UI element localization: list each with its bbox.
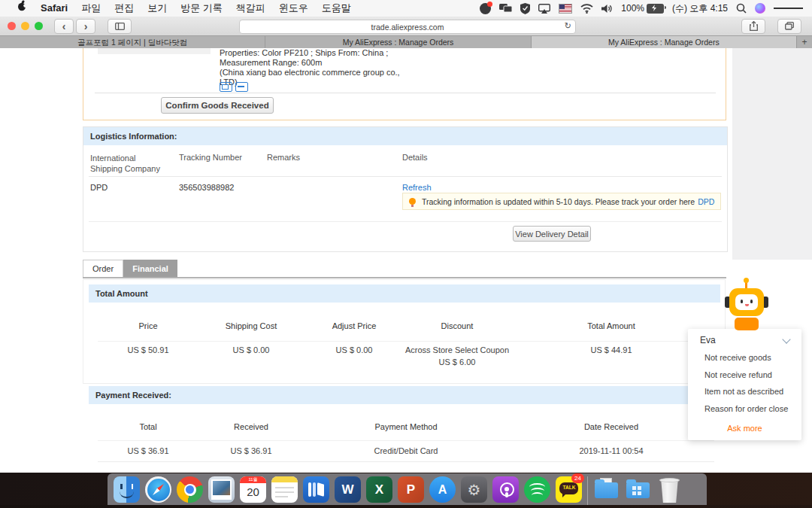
- properties-line2: Measurement Range: 600m: [220, 58, 423, 68]
- battery-indicator[interactable]: 100%: [621, 3, 664, 14]
- dock-finder-icon[interactable]: [114, 476, 140, 508]
- screen: Safari 파일 편집 보기 방문 기록 책갈피 윈도우 도움말: [0, 0, 812, 508]
- minimize-window-button[interactable]: [21, 22, 29, 30]
- payment-received-header: Payment Received:: [89, 386, 720, 404]
- apple-menu-icon[interactable]: [11, 0, 34, 17]
- airplay-icon[interactable]: [538, 2, 550, 14]
- forward-button[interactable]: ›: [76, 19, 95, 34]
- dock-appstore-icon[interactable]: A: [429, 476, 456, 508]
- share-button[interactable]: [741, 19, 765, 34]
- zoom-window-button[interactable]: [35, 22, 43, 30]
- price-value: US $ 50.91: [127, 345, 168, 354]
- close-window-button[interactable]: [8, 22, 16, 30]
- properties-line1: Properties: Color PF210 ; Ships From: Ch…: [220, 48, 423, 58]
- dock-mail-icon[interactable]: [208, 476, 235, 508]
- hdr-adjust-price: Adjust Price: [332, 321, 377, 330]
- new-tab-button[interactable]: +: [797, 36, 812, 49]
- menubar-app-name[interactable]: Safari: [34, 0, 74, 17]
- notice-text: Tracking information is updated within 5…: [422, 197, 695, 206]
- spotlight-search-icon[interactable]: [736, 2, 747, 14]
- col-remarks: Remarks: [267, 153, 300, 162]
- tab-overview-button[interactable]: [777, 19, 801, 34]
- notification-center-icon[interactable]: [774, 2, 803, 14]
- shipping-truck-icon[interactable]: [220, 82, 232, 92]
- dock-kakaotalk-icon[interactable]: TALK 24: [556, 476, 582, 508]
- dock-safari-icon[interactable]: [145, 476, 171, 508]
- tab-order[interactable]: Order: [83, 260, 123, 277]
- page-right-gutter: [732, 48, 812, 260]
- logistics-header: Logistics Information:: [83, 127, 727, 145]
- eva-robot-icon[interactable]: [723, 281, 770, 331]
- menu-bookmarks[interactable]: 책갈피: [229, 0, 272, 17]
- dock-calendar-icon[interactable]: 11월 20: [240, 476, 266, 508]
- eva-option-item-not-as-described[interactable]: Item not as described: [704, 387, 783, 396]
- view-delivery-detail-button[interactable]: View Delivery Detail: [513, 226, 591, 242]
- dock-podcasts-icon[interactable]: [492, 476, 519, 508]
- reload-icon[interactable]: ↻: [565, 21, 571, 31]
- confirm-goods-received-button[interactable]: Confirm Goods Received: [161, 97, 274, 114]
- product-properties: Properties: Color PF210 ; Ships From: Ch…: [220, 48, 423, 87]
- wifi-icon[interactable]: [580, 2, 593, 14]
- hdr-discount: Discount: [441, 321, 474, 330]
- dock-downloads-folder-icon[interactable]: [593, 476, 620, 508]
- siri-icon[interactable]: [755, 3, 765, 14]
- hdr-received: Received: [234, 422, 268, 431]
- menu-bar: Safari 파일 편집 보기 방문 기록 책갈피 윈도우 도움말: [0, 0, 812, 17]
- menubar-clock[interactable]: (수) 오후 4:15: [672, 2, 728, 15]
- message-card-icon[interactable]: [235, 82, 248, 92]
- back-button[interactable]: ‹: [54, 19, 74, 34]
- dock-windows-folder-icon[interactable]: [625, 476, 651, 508]
- calendar-day: 20: [240, 483, 266, 501]
- page-content: Properties: Color PF210 ; Ships From: Ch…: [0, 48, 812, 473]
- tab-aliexpress-orders-1[interactable]: My AliExpress : Manage Orders: [265, 36, 531, 49]
- tab-financial[interactable]: Financial: [123, 260, 177, 278]
- col-details: Details: [402, 153, 428, 162]
- chevron-down-icon[interactable]: [782, 335, 790, 343]
- col-shipping-company: International Shipping Company: [90, 153, 169, 174]
- shield-icon[interactable]: [520, 2, 530, 14]
- tracking-notice: Tracking information is updated within 5…: [402, 193, 721, 210]
- tab-aliexpress-orders-2[interactable]: My AliExpress : Manage Orders: [532, 36, 797, 49]
- dock-hancom-office-icon[interactable]: [303, 476, 329, 508]
- eva-option-not-receive-goods[interactable]: Not receive goods: [704, 353, 771, 362]
- keyboard-input-flag-icon[interactable]: [559, 4, 572, 14]
- address-bar[interactable]: trade.aliexpress.com ↻: [239, 20, 576, 34]
- menu-window[interactable]: 윈도우: [272, 0, 315, 17]
- desktop-edge: [0, 505, 812, 508]
- eva-ask-more-link[interactable]: Ask more: [688, 424, 801, 433]
- product-thumbnail-remnant: [98, 48, 211, 54]
- volume-icon[interactable]: [601, 2, 613, 14]
- dock-system-preferences-icon[interactable]: ⚙: [461, 476, 487, 508]
- divider: [95, 93, 716, 93]
- hdr-total: Total: [139, 422, 156, 431]
- dock-spotify-icon[interactable]: [524, 476, 550, 508]
- discount-name: Across Store Select Coupon: [405, 345, 509, 354]
- notice-dpd-link[interactable]: DPD: [698, 197, 714, 206]
- menu-history[interactable]: 방문 기록: [174, 0, 229, 17]
- dock-powerpoint-icon[interactable]: P: [398, 476, 424, 508]
- menu-edit[interactable]: 편집: [108, 0, 141, 17]
- divider: [98, 461, 714, 462]
- eva-option-reason-order-close[interactable]: Reason for order close: [704, 404, 788, 413]
- eva-option-not-receive-refund[interactable]: Not receive refund: [704, 370, 772, 379]
- dock-divider: [587, 476, 588, 505]
- tab-golf-forum[interactable]: 골프포럼 1 페이지 | 딜바다닷컴: [0, 36, 265, 49]
- sidebar-button[interactable]: [108, 19, 132, 34]
- dock-notes-icon[interactable]: [271, 476, 298, 508]
- dock-excel-icon[interactable]: X: [366, 476, 392, 508]
- dock-trash-icon[interactable]: [656, 476, 683, 508]
- dock-chrome-icon[interactable]: [177, 476, 203, 508]
- menu-view[interactable]: 보기: [141, 0, 174, 17]
- discount-value: Across Store Select Coupon US $ 6.00: [405, 345, 509, 367]
- url-text: trade.aliexpress.com: [371, 23, 444, 32]
- menu-file[interactable]: 파일: [74, 0, 108, 17]
- dock-word-icon[interactable]: W: [335, 476, 361, 508]
- hdr-payment-method: Payment Method: [374, 422, 437, 431]
- divider: [98, 440, 714, 441]
- refresh-link[interactable]: Refresh: [402, 183, 432, 192]
- menu-help[interactable]: 도움말: [315, 0, 358, 17]
- tab-underline: [83, 277, 726, 278]
- displays-icon[interactable]: [499, 2, 512, 14]
- eva-title: Eva: [700, 335, 716, 345]
- chat-notification-icon[interactable]: [480, 2, 491, 14]
